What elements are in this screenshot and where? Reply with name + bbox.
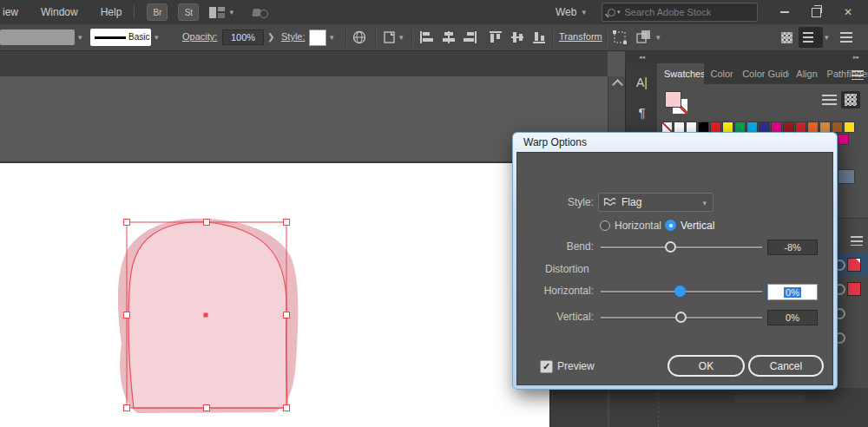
cancel-button[interactable]: Cancel bbox=[748, 355, 824, 377]
selected-value-text: 0% bbox=[784, 287, 801, 298]
panel-menu-icon[interactable] bbox=[852, 70, 864, 80]
vertical-slider-knob[interactable] bbox=[675, 312, 687, 323]
row-red-swatch bbox=[847, 282, 861, 296]
workspace-switcher[interactable]: Web bbox=[556, 6, 576, 18]
scroll-up-icon[interactable] bbox=[612, 79, 623, 90]
arrange-documents-icon[interactable] bbox=[209, 7, 225, 18]
panel-options-icon bbox=[803, 32, 813, 43]
warp-options-dialog: Warp Options Style: Flag ▾ Horizontal Ve… bbox=[512, 132, 838, 390]
toolbar-menu-icon[interactable] bbox=[840, 32, 852, 43]
style-dropdown[interactable]: Flag ▾ bbox=[598, 193, 713, 212]
grid-view-button-active[interactable] bbox=[841, 91, 860, 108]
preview-label[interactable]: Preview bbox=[557, 360, 595, 372]
toolbar-divider bbox=[375, 29, 377, 46]
panel-options-button-active[interactable] bbox=[799, 27, 823, 48]
minimize-button[interactable] bbox=[780, 11, 789, 13]
style-dropdown-chevron-icon: ▾ bbox=[702, 199, 707, 207]
opacity-value-field[interactable]: 100% bbox=[222, 30, 264, 45]
align-left-icon[interactable] bbox=[420, 31, 433, 43]
fill-proxy[interactable] bbox=[665, 91, 681, 108]
horizontal-scrollbar-fragment[interactable] bbox=[734, 394, 806, 403]
dialog-body: Style: Flag ▾ Horizontal Vertical Bend: … bbox=[516, 152, 833, 385]
style-label: Style: bbox=[535, 196, 594, 208]
stroke-style-dropdown[interactable]: Basic bbox=[90, 29, 151, 46]
vertical-value-field[interactable]: 0% bbox=[767, 310, 818, 325]
menu-help[interactable]: Help bbox=[101, 6, 122, 18]
row-red-swatch bbox=[847, 258, 861, 272]
shape-modes-chevron-icon[interactable]: ▾ bbox=[656, 33, 661, 42]
graphic-style-chevron-icon[interactable]: ▾ bbox=[330, 33, 334, 42]
bend-slider-knob[interactable] bbox=[665, 241, 676, 253]
style-link[interactable]: Style: bbox=[281, 31, 306, 42]
arrange-documents-chevron-icon[interactable]: ▾ bbox=[229, 8, 233, 16]
free-transform-icon[interactable] bbox=[613, 30, 628, 44]
graphic-style-swatch[interactable] bbox=[309, 30, 326, 46]
tab-color-guide[interactable]: Color Guide bbox=[735, 63, 789, 84]
align-vcenter-icon[interactable] bbox=[511, 31, 524, 43]
tab-color[interactable]: Color bbox=[704, 63, 736, 84]
toolbar-divider bbox=[552, 29, 554, 46]
menu-window[interactable]: Window bbox=[41, 6, 78, 18]
style-value: Flag bbox=[621, 196, 641, 208]
swatch-libraries-icon[interactable] bbox=[838, 169, 855, 184]
align-bottom-icon[interactable] bbox=[533, 31, 546, 43]
grid-view-icon bbox=[845, 94, 857, 106]
shape-warped-front bbox=[128, 222, 287, 408]
horizontal-slider-knob[interactable] bbox=[674, 286, 686, 297]
restore-button[interactable] bbox=[812, 8, 821, 17]
swatch-row2-magenta[interactable] bbox=[838, 134, 849, 145]
align-top-icon[interactable] bbox=[490, 31, 503, 43]
toolbar-divider bbox=[345, 29, 347, 46]
dock-header: ◂◂ ▸▸ bbox=[625, 50, 868, 63]
list-view-icon[interactable] bbox=[822, 95, 837, 107]
shape-modes-icon[interactable] bbox=[636, 30, 651, 44]
expand-dock-icon[interactable]: ▸▸ bbox=[853, 54, 859, 61]
control-toolbar: ▾ Basic ▾ Opacity: 100% ❯ Style: ▾ ▾ Tra… bbox=[0, 24, 868, 51]
align-right-icon[interactable] bbox=[464, 31, 477, 43]
bend-slider-track[interactable] bbox=[601, 246, 762, 249]
horizontal-radio[interactable] bbox=[600, 220, 610, 231]
workspace-grid-icon[interactable] bbox=[781, 32, 792, 43]
adobe-stock-button[interactable]: St bbox=[178, 3, 199, 21]
search-icon bbox=[608, 9, 615, 16]
close-button[interactable]: ✕ bbox=[844, 6, 852, 18]
transform-link[interactable]: Transform bbox=[559, 31, 602, 42]
align-center-icon[interactable] bbox=[442, 31, 455, 43]
workspace-chevron-icon[interactable]: ▾ bbox=[582, 8, 586, 16]
shape-center-point bbox=[204, 313, 208, 318]
bend-label: Bend: bbox=[535, 240, 594, 253]
horizontal-value-field-active[interactable]: 0% bbox=[767, 284, 818, 300]
horizontal-radio-label[interactable]: Horizontal bbox=[615, 220, 661, 232]
restore-icon bbox=[812, 8, 821, 17]
fill-chevron-icon[interactable]: ▾ bbox=[78, 33, 82, 42]
sync-settings-icon[interactable] bbox=[253, 6, 266, 18]
tab-align[interactable]: Align bbox=[789, 63, 819, 84]
stroke-style-label: Basic bbox=[128, 32, 149, 42]
document-setup-icon[interactable] bbox=[384, 31, 397, 43]
recolor-artwork-icon[interactable] bbox=[352, 30, 366, 44]
menu-view[interactable]: iew bbox=[3, 6, 18, 18]
preview-checkbox-checked[interactable]: ✓ bbox=[540, 360, 553, 373]
swatch[interactable] bbox=[832, 122, 843, 133]
ok-button[interactable]: OK bbox=[667, 355, 745, 377]
toolbar-divider bbox=[411, 29, 413, 46]
distortion-section-label: Distortion bbox=[545, 263, 589, 275]
opacity-popup-chevron-icon[interactable]: ❯ bbox=[267, 32, 274, 42]
tab-swatches[interactable]: Swatches bbox=[657, 63, 704, 84]
stroke-style-chevron-icon[interactable]: ▾ bbox=[155, 33, 159, 42]
vertical-radio-label[interactable]: Vertical bbox=[681, 220, 714, 232]
bend-value-field[interactable]: -8% bbox=[767, 240, 818, 255]
go-to-bridge-button[interactable]: Br bbox=[147, 3, 168, 21]
paragraph-panel-icon[interactable]: ¶ bbox=[626, 105, 658, 120]
lower-panel-menu-icon[interactable] bbox=[851, 236, 863, 246]
dock-divider bbox=[608, 388, 609, 427]
opacity-link[interactable]: Opacity: bbox=[182, 31, 217, 42]
fill-variable-field[interactable] bbox=[0, 30, 75, 45]
panel-options-chevron-icon[interactable]: ▾ bbox=[825, 33, 829, 42]
swatch[interactable] bbox=[844, 122, 855, 133]
collapse-dock-icon[interactable]: ◂◂ bbox=[639, 54, 645, 61]
vertical-radio-selected[interactable] bbox=[665, 220, 676, 231]
search-input[interactable]: ▾ Search Adobe Stock bbox=[602, 3, 758, 22]
character-panel-icon[interactable]: A| bbox=[626, 76, 658, 89]
document-setup-chevron-icon[interactable]: ▾ bbox=[399, 33, 404, 42]
